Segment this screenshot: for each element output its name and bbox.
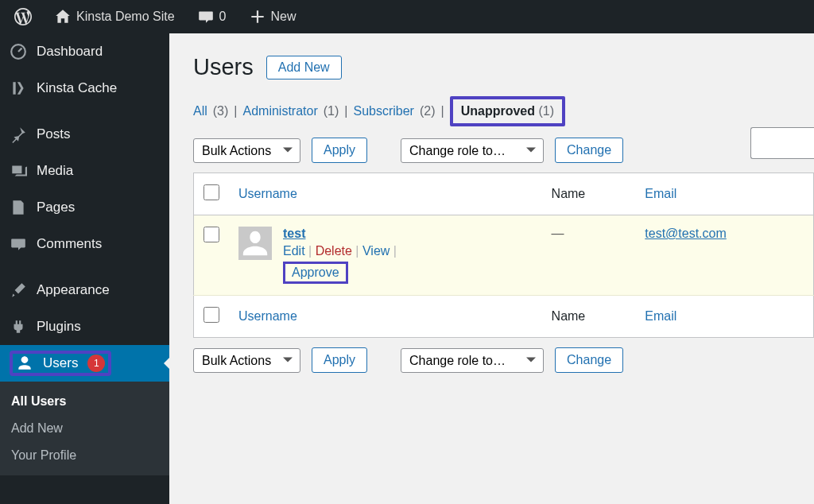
filter-all[interactable]: All [193,104,207,118]
site-link[interactable]: Kinsta Demo Site [46,8,183,25]
col-username[interactable]: Username [238,187,297,200]
plus-icon [249,8,266,25]
select-all-checkbox[interactable] [204,184,219,200]
col-username-bottom[interactable]: Username [238,309,297,323]
filter-administrator[interactable]: Administrator [243,104,318,118]
menu-label: Dashboard [37,44,103,60]
main-content: Users Add New All (3) | Administrator (1… [169,33,814,504]
comments-icon [10,235,27,253]
plugin-icon [10,318,27,335]
filter-sub-count: (2) [420,104,436,118]
submenu-your-profile[interactable]: Your Profile [0,442,169,469]
adminbar: Kinsta Demo Site 0 New [0,0,814,33]
user-icon [16,355,33,372]
menu-label: Pages [37,200,75,215]
row-actions: Edit | Delete | View | Approve [283,244,397,284]
menu-label: Kinsta Cache [37,80,117,96]
change-role-select-bottom[interactable]: Change role to… [401,348,544,373]
bulk-actions-select-bottom[interactable]: Bulk Actions [193,348,300,373]
filter-unapproved[interactable]: Unapproved [461,104,535,118]
menu-label: Plugins [37,319,81,335]
menu-label: Users [43,355,78,371]
menu-label: Media [37,163,73,179]
home-icon [54,8,72,25]
row-checkbox[interactable] [204,227,219,242]
row-name: — [552,227,564,240]
table-row: test Edit | Delete | View | Approve [194,215,814,296]
users-badge: 1 [87,355,105,372]
site-name: Kinsta Demo Site [76,10,175,24]
admin-sidebar: Dashboard Kinsta Cache Posts Media Pages… [0,33,169,504]
tablenav-bottom: Bulk Actions Apply Change role to… Chang… [193,347,814,373]
kinsta-icon [10,79,27,97]
brush-icon [10,281,27,299]
filter-links: All (3) | Administrator (1) | Subscriber… [193,96,814,126]
menu-plugins[interactable]: Plugins [0,308,169,345]
comment-count: 0 [219,10,227,24]
approve-highlight: Approve [283,262,348,284]
row-email[interactable]: test@test.com [645,227,727,240]
filter-subscriber[interactable]: Subscriber [353,104,413,118]
search-input[interactable] [750,127,814,159]
menu-dashboard[interactable]: Dashboard [0,33,169,70]
avatar [238,227,272,260]
apply-button-bottom[interactable]: Apply [312,347,367,373]
menu-posts[interactable]: Posts [0,116,169,153]
media-icon [10,162,27,180]
new-label: New [271,10,297,24]
wp-logo[interactable] [6,8,40,25]
filter-unapproved-count: (1) [538,104,554,118]
menu-comments[interactable]: Comments [0,226,169,262]
pin-icon [10,126,27,143]
menu-label: Comments [37,236,102,252]
row-action-edit[interactable]: Edit [283,244,305,258]
row-action-approve[interactable]: Approve [292,266,339,279]
col-email[interactable]: Email [645,187,676,200]
row-action-view[interactable]: View [362,244,390,258]
add-new-button[interactable]: Add New [266,56,342,79]
menu-kinsta-cache[interactable]: Kinsta Cache [0,70,169,107]
wordpress-icon [14,8,32,25]
users-table: Username Name Email test Edit [193,173,814,338]
menu-media[interactable]: Media [0,153,169,189]
submenu-all-users[interactable]: All Users [0,388,169,415]
avatar-placeholder-icon [240,228,270,258]
filter-admin-count: (1) [324,104,339,118]
new-content-link[interactable]: New [241,8,304,25]
apply-button[interactable]: Apply [312,138,367,163]
change-role-select[interactable]: Change role to… [401,138,544,163]
col-name: Name [542,173,636,215]
menu-label: Posts [37,126,71,142]
bulk-actions-select[interactable]: Bulk Actions [193,138,300,163]
filter-unapproved-highlight: Unapproved (1) [450,96,565,126]
comments-link[interactable]: 0 [189,8,235,25]
row-username[interactable]: test [283,227,305,240]
dashboard-icon [10,43,27,60]
filter-all-count: (3) [213,104,229,118]
page-title: Users [193,54,254,80]
menu-appearance[interactable]: Appearance [0,272,169,308]
page-icon [10,199,27,216]
menu-label: Appearance [37,282,110,298]
users-submenu: All Users Add New Your Profile [0,382,169,475]
select-all-checkbox-bottom[interactable] [204,307,219,323]
change-button-bottom[interactable]: Change [555,347,623,373]
tablenav-top: Bulk Actions Apply Change role to… Chang… [193,138,814,163]
menu-pages[interactable]: Pages [0,189,169,226]
submenu-add-new[interactable]: Add New [0,415,169,442]
menu-users[interactable]: Users 1 [0,345,169,382]
row-action-delete[interactable]: Delete [316,244,352,258]
comment-icon [197,8,215,25]
col-name-bottom: Name [542,296,636,338]
col-email-bottom[interactable]: Email [645,309,676,323]
change-button[interactable]: Change [555,138,623,163]
